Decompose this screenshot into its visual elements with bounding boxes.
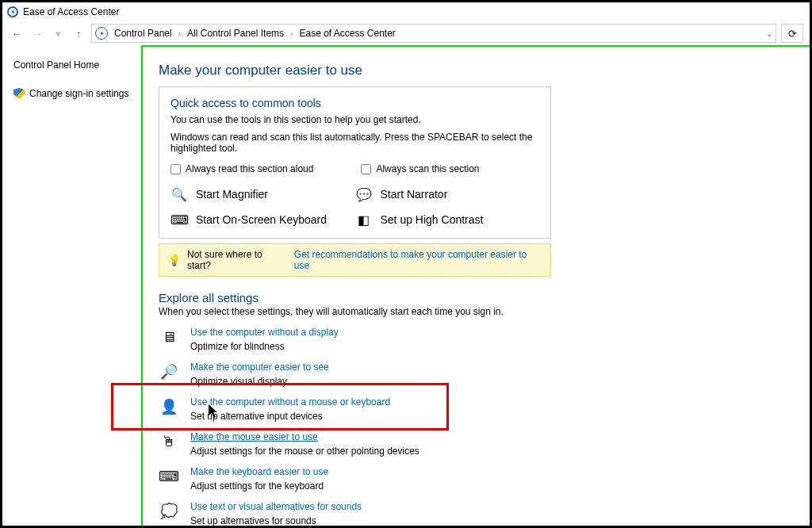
refresh-button[interactable]: ⟳ xyxy=(781,24,803,43)
shield-icon xyxy=(13,88,25,99)
chevron-right-icon[interactable]: › xyxy=(290,29,293,38)
keyboard-icon: ⌨ xyxy=(159,466,179,487)
hint-lead: Not sure where to start? xyxy=(187,249,288,271)
sound-icon: 💭 xyxy=(159,501,179,522)
recent-dropdown[interactable]: ▾ xyxy=(50,25,66,41)
recommendations-link[interactable]: Get recommendations to make your compute… xyxy=(294,249,542,271)
desc-without-display: Optimize for blindness xyxy=(190,341,339,352)
app-icon: ✦ xyxy=(7,6,18,17)
magnify-icon: 🔎 xyxy=(159,362,179,382)
main-content: Make your computer easier to use Quick a… xyxy=(141,45,810,526)
address-bar[interactable]: ✦ Control Panel › All Control Panel Item… xyxy=(91,24,776,43)
checkbox-input[interactable] xyxy=(361,164,371,174)
chevron-right-icon[interactable]: › xyxy=(178,29,181,38)
setting-without-display: 🖥Use the computer without a displayOptim… xyxy=(159,327,794,352)
start-magnifier[interactable]: 🔍Start Magnifier xyxy=(170,186,355,203)
recommendations-bar: 💡 Not sure where to start? Get recommend… xyxy=(159,243,551,277)
link-easier-to-see[interactable]: Make the computer easier to see xyxy=(190,362,329,373)
setting-mouse-easier: 🖱Make the mouse easier to useAdjust sett… xyxy=(159,431,794,457)
desc-easier-to-see: Optimize visual display xyxy=(190,376,329,387)
address-dropdown[interactable]: ⌄ xyxy=(766,29,772,38)
mouse-icon: 🖱 xyxy=(159,431,179,452)
desc-mouse-easier: Adjust settings for the mouse or other p… xyxy=(190,446,419,457)
start-osk[interactable]: ⌨Start On-Screen Keyboard xyxy=(170,211,355,228)
link-mouse-easier[interactable]: Make the mouse easier to use xyxy=(190,431,318,442)
link-sound-alt[interactable]: Use text or visual alternatives for soun… xyxy=(190,501,362,512)
keyboard-icon: ⌨ xyxy=(170,211,188,228)
desc-keyboard-easier: Adjust settings for the keyboard xyxy=(190,480,328,492)
quick-access-title: Quick access to common tools xyxy=(170,97,539,109)
nav-bar: ← → ▾ ↑ ✦ Control Panel › All Control Pa… xyxy=(2,21,810,45)
page-heading: Make your computer easier to use xyxy=(159,63,794,78)
always-read-checkbox[interactable]: Always read this section aloud xyxy=(170,163,313,174)
crumb-all-items[interactable]: All Control Panel Items xyxy=(184,26,287,40)
setting-easier-to-see: 🔎Make the computer easier to seeOptimize… xyxy=(159,362,794,387)
contrast-icon: ◧ xyxy=(355,211,373,228)
link-without-mouse-kb[interactable]: Use the computer without a mouse or keyb… xyxy=(190,396,390,407)
explore-sub: When you select these settings, they wil… xyxy=(159,306,794,317)
magnifier-icon: 🔍 xyxy=(170,186,188,203)
title-bar: ✦ Ease of Access Center xyxy=(2,2,810,21)
crumb-control-panel[interactable]: Control Panel xyxy=(111,26,175,40)
crumb-ease-of-access[interactable]: Ease of Access Center xyxy=(296,26,398,40)
always-scan-checkbox[interactable]: Always scan this section xyxy=(361,163,479,174)
control-panel-home-link[interactable]: Control Panel Home xyxy=(13,59,133,71)
quick-access-box: Quick access to common tools You can use… xyxy=(159,86,551,239)
lightbulb-icon: 💡 xyxy=(167,254,181,266)
link-keyboard-easier[interactable]: Make the keyboard easier to use xyxy=(190,466,328,477)
desc-sound-alt: Set up alternatives for sounds xyxy=(190,515,362,526)
setting-without-mouse-kb: 👤Use the computer without a mouse or key… xyxy=(159,396,794,422)
change-signin-link[interactable]: Change sign-in settings xyxy=(13,88,133,99)
up-button[interactable]: ↑ xyxy=(71,25,86,41)
setting-keyboard-easier: ⌨Make the keyboard easier to useAdjust s… xyxy=(159,466,794,492)
person-icon: 👤 xyxy=(159,396,179,417)
display-icon: 🖥 xyxy=(159,327,179,347)
back-button[interactable]: ← xyxy=(9,25,25,41)
forward-button: → xyxy=(29,25,45,41)
explore-heading: Explore all settings xyxy=(159,291,794,304)
desc-without-mouse-kb: Set up alternative input devices xyxy=(190,411,390,422)
setting-sound-alternatives: 💭Use text or visual alternatives for sou… xyxy=(159,501,794,526)
link-without-display[interactable]: Use the computer without a display xyxy=(190,327,339,338)
window-title: Ease of Access Center xyxy=(23,6,119,17)
change-signin-label: Change sign-in settings xyxy=(29,88,128,99)
high-contrast[interactable]: ◧Set up High Contrast xyxy=(355,211,540,228)
narrator-icon: 💬 xyxy=(355,186,373,203)
checkbox-input[interactable] xyxy=(170,164,181,174)
quick-access-sub1: You can use the tools in this section to… xyxy=(170,114,539,125)
left-nav: Control Panel Home Change sign-in settin… xyxy=(2,45,141,526)
explore-section: Explore all settings When you select the… xyxy=(159,291,794,526)
start-narrator[interactable]: 💬Start Narrator xyxy=(355,186,540,203)
quick-access-sub2: Windows can read and scan this list auto… xyxy=(170,132,539,154)
ease-of-access-icon: ✦ xyxy=(95,27,108,40)
